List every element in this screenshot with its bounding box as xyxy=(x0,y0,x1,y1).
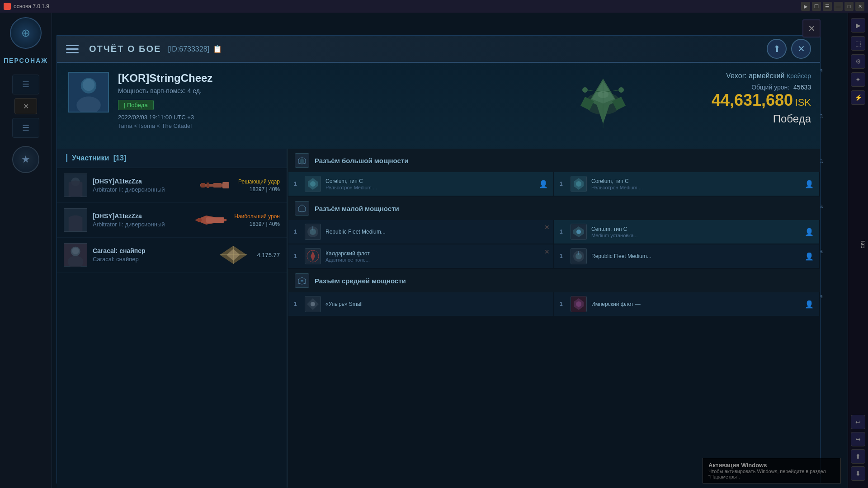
player-info-section: [KOR]StringCheez Мощность варп-помех: 4 … xyxy=(57,63,820,149)
person-icon-2: 👤 xyxy=(805,180,814,188)
restore-btn[interactable]: ❐ xyxy=(812,2,821,11)
med-power-modules: 1 «Упырь» Small xyxy=(288,292,820,317)
participants-header: Участники [13] xyxy=(57,149,287,168)
participant-item-3[interactable]: Caracal: снайпер Caracal: снайпер xyxy=(57,238,287,272)
weapon-icon-2 xyxy=(193,211,229,229)
report-id: [ID:6733328] 📋 xyxy=(168,45,222,53)
participant-info-1: [DHSY]A1tezZza Arbitrator II: диверсионн… xyxy=(93,178,191,193)
slot-num-2: 1 xyxy=(560,181,566,187)
participant-item[interactable]: [DHSY]A1tezZza Arbitrator II: диверсионн… xyxy=(57,168,287,203)
svg-rect-27 xyxy=(206,217,224,223)
play-btn[interactable]: ▶ xyxy=(801,2,810,11)
result-text: Победа xyxy=(712,113,811,125)
minimize-btn[interactable]: — xyxy=(834,2,843,11)
close-report-btn[interactable]: ✕ xyxy=(791,39,811,59)
module-item-8[interactable]: 1 Имперский флот — 👤 xyxy=(554,292,819,316)
module-info-5: Калдарский флот Адаптивное поле... xyxy=(326,250,548,263)
title-bar: основа 7.0.1.9 ▶ ❐ ☰ — □ ✕ xyxy=(0,0,868,13)
svg-rect-23 xyxy=(207,183,209,188)
module-icon-8 xyxy=(571,296,587,312)
isk-display: 44,631,680 ISK xyxy=(712,91,811,110)
participant-avatar-2 xyxy=(64,208,87,232)
ship-image xyxy=(558,70,648,137)
sidebar-ham-btn[interactable]: ☰ xyxy=(12,118,39,138)
sidebar-close-btn[interactable]: ✕ xyxy=(14,98,37,114)
toolbar-btn-5[interactable]: ⚡ xyxy=(851,90,865,105)
toolbar-btn-4[interactable]: ✦ xyxy=(851,72,865,87)
close-x-icon: ✕ xyxy=(23,102,29,111)
right-toolbar: ▶ ⬚ ⚙ ✦ ⚡ Tab ↩ ↪ ⬆ ⬇ xyxy=(848,0,868,488)
svg-rect-24 xyxy=(213,183,222,188)
med-power-icon xyxy=(295,273,309,288)
tab-label: Tab xyxy=(858,236,868,252)
module-info-8: Имперский флот — xyxy=(591,300,800,308)
module-close-btn[interactable]: ✕ xyxy=(544,224,550,231)
module-info-6: Republic Fleet Medium... xyxy=(591,253,800,260)
participant-avatar-3 xyxy=(64,243,87,267)
left-sidebar: ⊕ ПЕРСОНАЖ ☰ ✕ ☰ ★ xyxy=(0,13,52,488)
svg-point-3 xyxy=(83,79,95,91)
toolbar-btn-1[interactable]: ▶ xyxy=(851,18,865,33)
module-item-7[interactable]: 1 «Упырь» Small xyxy=(288,292,553,316)
outer-close-btn[interactable]: ✕ xyxy=(802,19,821,38)
low-power-header: Разъём малой мощности xyxy=(288,197,820,220)
participant-avatar-1 xyxy=(64,174,87,197)
total-damage-label: Общий урон: 45633 xyxy=(712,84,811,91)
module-item-6[interactable]: 1 Republic Fleet Medium... xyxy=(554,244,819,268)
export-icon: ⬆ xyxy=(773,43,781,54)
victory-badge: | Победа xyxy=(118,100,154,110)
module-item-3[interactable]: 1 Republic Fleet Medium... xyxy=(288,220,553,244)
module-item-4[interactable]: 1 Centum, тип С Medium установка... xyxy=(554,220,819,244)
module-icon-4 xyxy=(571,224,587,240)
export-btn[interactable]: ⬆ xyxy=(767,39,787,59)
player-avatar xyxy=(68,72,109,113)
participant-info-2: [DHSY]A1tezZza Arbitrator II: диверсионн… xyxy=(93,212,187,228)
slot-num: 1 xyxy=(294,181,300,187)
svg-marker-38 xyxy=(300,158,304,164)
activation-title: Активация Windows xyxy=(708,462,835,469)
battle-location: Tama < Isoma < The Citadel xyxy=(118,122,809,129)
participant-item-2[interactable]: [DHSY]A1tezZza Arbitrator II: диверсионн… xyxy=(57,203,287,238)
svg-rect-22 xyxy=(201,183,205,188)
close-report-icon: ✕ xyxy=(797,43,805,54)
app-icon xyxy=(4,3,11,10)
person-icon-4: 👤 xyxy=(805,228,814,236)
svg-marker-45 xyxy=(298,205,306,212)
toolbar-btn-2[interactable]: ⬚ xyxy=(851,36,865,51)
close-btn[interactable]: ✕ xyxy=(855,2,864,11)
low-power-title: Разъём малой мощности xyxy=(315,205,399,212)
report-menu-icon[interactable] xyxy=(66,41,82,57)
maximize-btn[interactable]: □ xyxy=(844,2,854,11)
module-close-btn-5[interactable]: ✕ xyxy=(544,248,550,255)
player-warp: Мощность варп-помех: 4 ед. xyxy=(118,87,809,94)
person-icon-8: 👤 xyxy=(805,300,814,309)
toolbar-btn-9[interactable]: ⬇ xyxy=(851,466,865,481)
module-item[interactable]: 1 Corelum, тип С Рельсотрон Medium ... xyxy=(288,172,553,196)
battle-report-window: ОТЧЁТ О БОЕ [ID:6733328] 📋 ⬆ ✕ xyxy=(57,35,821,483)
module-item-2[interactable]: 1 Corelum, тип С Рельсотрон Medium ... xyxy=(554,172,819,196)
sidebar-title: ПЕРСОНАЖ xyxy=(4,57,48,64)
high-power-header: Разъём большой мощности xyxy=(288,149,820,172)
module-info-3: Republic Fleet Medium... xyxy=(326,228,548,236)
main-content: ✕ да да да да да да ОТЧЁТ О БОЕ [ID:6733… xyxy=(52,13,848,488)
avatar-image xyxy=(69,73,108,112)
menu-icon: ☰ xyxy=(22,80,29,89)
high-power-icon xyxy=(295,153,309,168)
person-icon: 👤 xyxy=(539,180,548,188)
menu-btn[interactable]: ☰ xyxy=(823,2,832,11)
toolbar-btn-7[interactable]: ↪ xyxy=(851,432,865,446)
svg-point-64 xyxy=(311,302,315,306)
module-icon-6 xyxy=(571,248,587,264)
ham-icon: ☰ xyxy=(22,123,29,133)
sidebar-star-btn[interactable]: ★ xyxy=(12,146,39,173)
app-title: основа 7.0.1.9 xyxy=(14,3,49,9)
battle-date: 2022/02/03 19:11:00 UTC +3 xyxy=(118,114,809,121)
bottom-panel: Участники [13] xyxy=(57,149,820,488)
sidebar-menu-btn[interactable]: ☰ xyxy=(12,75,39,94)
toolbar-btn-6[interactable]: ↩ xyxy=(851,415,865,429)
module-item-5[interactable]: 1 Калдарский флот Адаптивное поле... xyxy=(288,244,553,268)
toolbar-btn-3[interactable]: ⚙ xyxy=(851,54,865,69)
svg-point-41 xyxy=(310,181,316,187)
toolbar-btn-8[interactable]: ⬆ xyxy=(851,449,865,464)
low-power-modules: 1 Republic Fleet Medium... xyxy=(288,220,820,269)
